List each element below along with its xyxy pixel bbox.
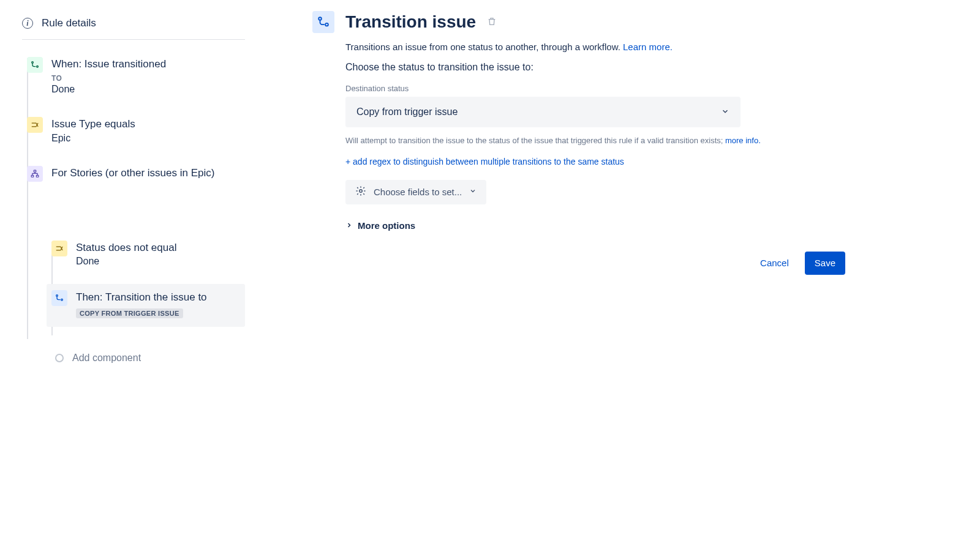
svg-point-0 xyxy=(32,62,34,64)
choose-fields-button[interactable]: Choose fields to set... xyxy=(345,180,486,204)
plus-circle-icon xyxy=(55,354,64,362)
more-info-link[interactable]: more info. xyxy=(725,136,761,145)
add-component-button[interactable]: Add component xyxy=(51,353,245,364)
rule-sidebar: i Rule details When: Issue transitioned … xyxy=(0,0,245,364)
page-title: Transition issue xyxy=(345,12,476,32)
rule-details-header[interactable]: i Rule details xyxy=(22,17,245,40)
branch-icon xyxy=(27,166,43,182)
chevron-down-icon xyxy=(469,187,477,196)
node-title: Issue Type equals xyxy=(51,117,245,132)
chevron-right-icon xyxy=(345,220,353,231)
description: Transitions an issue from one status to … xyxy=(345,42,845,52)
more-options-label: More options xyxy=(358,220,415,231)
transition-icon xyxy=(27,57,43,73)
transition-icon xyxy=(312,11,334,33)
rule-node-trigger[interactable]: When: Issue transitioned TO Done xyxy=(27,52,245,112)
choose-fields-label: Choose fields to set... xyxy=(374,187,462,197)
svg-point-1 xyxy=(37,65,39,67)
destination-status-label: Destination status xyxy=(345,84,845,93)
svg-rect-4 xyxy=(36,175,39,177)
add-component-label: Add component xyxy=(72,353,141,364)
rule-node-condition-status[interactable]: Status does not equal Done xyxy=(51,236,245,285)
trash-icon[interactable] xyxy=(487,17,497,28)
node-sub-label: TO xyxy=(51,74,245,83)
node-sub: Done xyxy=(76,256,245,267)
save-button[interactable]: Save xyxy=(805,252,845,275)
main-panel: Transition issue Transitions an issue fr… xyxy=(245,0,870,364)
svg-rect-2 xyxy=(34,170,36,172)
instruction: Choose the status to transition the issu… xyxy=(345,62,845,73)
svg-point-5 xyxy=(56,295,58,297)
node-title: For Stories (or other issues in Epic) xyxy=(51,166,245,181)
condition-icon xyxy=(51,241,67,256)
condition-icon xyxy=(27,117,43,133)
node-title: Status does not equal xyxy=(76,241,245,255)
svg-point-6 xyxy=(61,299,63,301)
transition-icon xyxy=(51,290,67,306)
cancel-button[interactable]: Cancel xyxy=(750,252,799,275)
node-title: When: Issue transitioned xyxy=(51,57,245,72)
rule-node-branch[interactable]: For Stories (or other issues in Epic) xyxy=(27,161,245,199)
svg-rect-3 xyxy=(31,175,34,177)
gear-icon xyxy=(355,185,366,198)
node-sub: Done xyxy=(51,84,245,95)
chevron-down-icon xyxy=(721,107,729,118)
rule-details-label: Rule details xyxy=(42,17,96,29)
destination-status-select[interactable]: Copy from trigger issue xyxy=(345,97,741,127)
node-title: Then: Transition the issue to xyxy=(76,290,240,305)
svg-point-8 xyxy=(325,23,328,26)
learn-more-link[interactable]: Learn more. xyxy=(623,42,673,52)
svg-point-7 xyxy=(318,17,322,20)
select-value: Copy from trigger issue xyxy=(356,106,458,118)
helper-text: Will attempt to transition the issue to … xyxy=(345,135,845,147)
info-icon: i xyxy=(22,18,33,29)
status-lozenge: COPY FROM TRIGGER ISSUE xyxy=(76,308,183,318)
node-sub: Epic xyxy=(51,133,245,144)
add-regex-link[interactable]: + add regex to distinguish between multi… xyxy=(345,157,624,166)
rule-node-condition-issuetype[interactable]: Issue Type equals Epic xyxy=(27,112,245,161)
rule-node-action-transition[interactable]: Then: Transition the issue to COPY FROM … xyxy=(47,284,245,327)
svg-point-9 xyxy=(360,190,363,193)
more-options-toggle[interactable]: More options xyxy=(345,220,845,231)
